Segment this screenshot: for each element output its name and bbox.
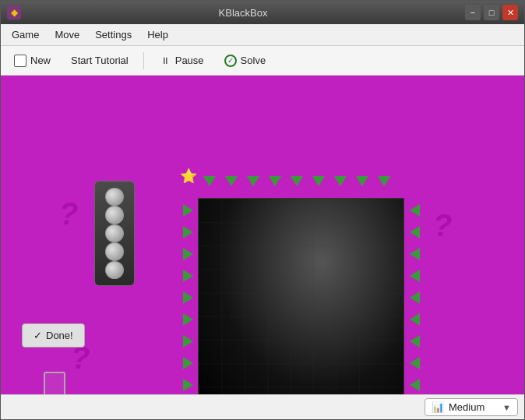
toolbar-separator [143, 52, 144, 69]
left-arrow-6[interactable] [183, 313, 193, 326]
tutorial-button[interactable]: Start Tutorial [62, 51, 137, 70]
left-arrow-2[interactable] [183, 226, 193, 238]
grid-overlay [199, 199, 405, 394]
board-atom-placeholder [44, 372, 65, 394]
menu-settings[interactable]: Settings [87, 26, 139, 44]
left-arrow-3[interactable] [183, 248, 193, 260]
right-arrow-8[interactable] [410, 357, 420, 369]
top-arrow-9[interactable] [378, 176, 390, 186]
menu-help[interactable]: Help [139, 26, 176, 44]
left-arrow-9[interactable] [183, 379, 193, 391]
solve-button[interactable]: ✓ Solve [216, 51, 275, 71]
solve-icon: ✓ [224, 55, 237, 67]
maximize-button[interactable]: □ [484, 5, 499, 20]
q-mark-1: ? [59, 196, 78, 231]
pause-icon: ⏸ [159, 55, 171, 67]
top-arrow-1[interactable] [203, 176, 216, 186]
top-arrow-3[interactable] [247, 176, 259, 186]
main-window: ◆ KBlackBox − □ ✕ Game Move Settings Hel… [0, 0, 525, 420]
top-arrow-8[interactable] [356, 176, 368, 186]
window-title: KBlackBox [26, 7, 460, 19]
atom-2[interactable] [105, 206, 124, 224]
toolbar: New Start Tutorial ⏸ Pause ✓ Solve [1, 46, 524, 76]
left-arrow-8[interactable] [183, 357, 193, 369]
pause-button[interactable]: ⏸ Pause [150, 51, 213, 71]
atom-5[interactable] [105, 261, 124, 279]
left-arrow-4[interactable] [183, 270, 193, 282]
menu-game[interactable]: Game [4, 26, 47, 44]
right-arrow-1[interactable] [410, 204, 420, 217]
top-arrow-4[interactable] [269, 176, 281, 186]
atom-1[interactable] [105, 188, 124, 206]
left-arrow-7[interactable] [183, 335, 193, 348]
left-arrows [181, 200, 195, 394]
top-arrow-6[interactable] [312, 176, 325, 186]
title-bar: ◆ KBlackBox − □ ✕ [1, 1, 524, 24]
right-arrow-2[interactable] [410, 226, 420, 238]
menu-move[interactable]: Move [47, 26, 87, 44]
app-icon: ◆ [7, 5, 21, 19]
hint-star: ⭐ [180, 168, 197, 185]
window-controls: − □ ✕ [465, 5, 518, 20]
new-button[interactable]: New [5, 51, 59, 71]
svg-rect-0 [199, 199, 405, 394]
difficulty-icon: 📊 [432, 401, 444, 413]
top-arrow-7[interactable] [334, 176, 347, 186]
right-arrow-3[interactable] [410, 248, 420, 260]
right-arrow-7[interactable] [410, 335, 420, 348]
left-arrow-5[interactable] [183, 291, 193, 304]
done-button[interactable]: ✓ Done! [22, 323, 85, 348]
right-arrow-4[interactable] [410, 270, 420, 282]
atom-3[interactable] [105, 224, 124, 242]
game-area: ? ? ? ? ⭐ [1, 76, 524, 394]
left-arrow-1[interactable] [183, 204, 193, 217]
black-box[interactable] [198, 198, 404, 394]
q-mark-3: ? [433, 208, 452, 243]
top-arrow-5[interactable] [291, 176, 303, 186]
status-bar: 📊 Medium ▼ [1, 394, 524, 419]
minimize-button[interactable]: − [465, 5, 481, 20]
difficulty-label: Medium [449, 401, 484, 413]
atom-panel [94, 181, 135, 286]
right-arrow-9[interactable] [410, 379, 420, 391]
right-arrow-6[interactable] [410, 313, 420, 326]
close-button[interactable]: ✕ [502, 5, 518, 20]
dropdown-arrow-icon: ▼ [502, 403, 511, 412]
atom-4[interactable] [105, 242, 124, 260]
menu-bar: Game Move Settings Help [1, 24, 524, 46]
new-icon [14, 55, 26, 67]
right-arrow-5[interactable] [410, 291, 420, 304]
top-arrows [199, 175, 394, 188]
right-arrows [408, 200, 421, 394]
difficulty-selector[interactable]: 📊 Medium ▼ [425, 398, 518, 416]
top-arrow-2[interactable] [225, 176, 238, 186]
done-check-icon: ✓ [33, 330, 42, 341]
